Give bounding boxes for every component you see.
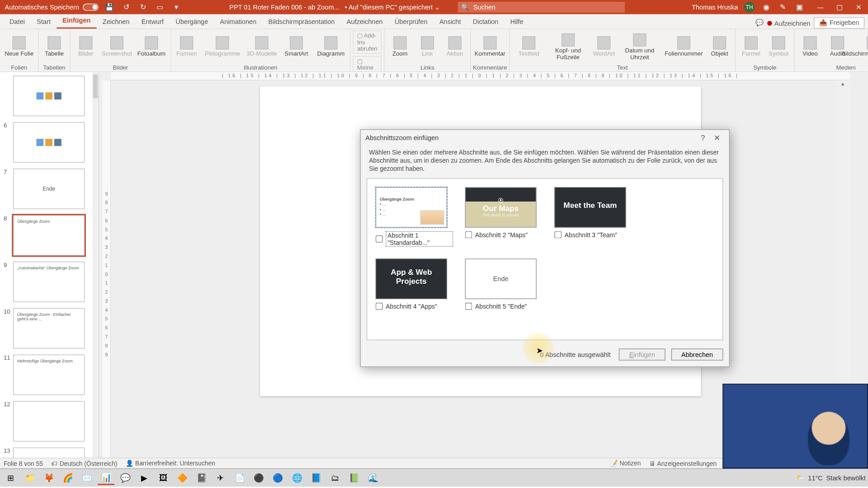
tab-ansicht[interactable]: Ansicht — [434, 15, 467, 28]
section-checkbox[interactable]: Abschnitt 3 "Team" — [554, 231, 632, 238]
weather-widget[interactable]: ⛅ 11°C Stark bewölkt — [796, 474, 866, 481]
window-close-icon[interactable]: ✕ — [849, 0, 868, 14]
slide-thumb[interactable]: 6 — [13, 122, 99, 163]
cancel-button[interactable]: Abbrechen — [671, 348, 723, 360]
tab-start[interactable]: Start — [31, 15, 57, 28]
onenote-icon[interactable]: 📓 — [193, 470, 210, 485]
outlook-icon[interactable]: ✉️ — [79, 470, 95, 485]
thumb-scrollbar[interactable]: ▾ — [92, 72, 98, 469]
present-icon[interactable]: ▭ — [154, 2, 165, 13]
app6-icon[interactable]: 🌐 — [288, 470, 305, 485]
ribbon-smartart[interactable]: SmartArt — [279, 37, 313, 57]
section-checkbox[interactable]: Abschnitt 4 "Apps" — [376, 302, 453, 310]
doc-dropdown-icon[interactable]: ⌄ — [434, 3, 440, 10]
save-icon[interactable]: 💾 — [104, 2, 115, 13]
explorer-icon[interactable]: 📁 — [21, 470, 38, 485]
word-icon[interactable]: 📘 — [307, 470, 324, 485]
insert-button[interactable]: Einfügen — [619, 348, 665, 360]
section-checkbox[interactable]: Abschnitt 2 "Maps" — [465, 231, 542, 238]
edge-icon[interactable]: 🌊 — [365, 470, 382, 485]
more-icon[interactable]: ▾ — [171, 2, 182, 13]
ribbon-video[interactable]: Video — [797, 37, 823, 57]
app5-icon[interactable]: 🔵 — [269, 470, 286, 485]
addin-item[interactable]: ▢ Add-Ins abrufen — [353, 30, 382, 53]
language-status[interactable]: 🏷 Deutsch (Österreich) — [51, 460, 117, 467]
display-settings-button[interactable]: 🖥 Anzeigeeinstellungen — [649, 460, 717, 467]
app3-icon[interactable]: ▣ — [794, 2, 805, 13]
tab-zeichnen[interactable]: Zeichnen — [97, 15, 136, 28]
tab-aufzeichnen[interactable]: Aufzeichnen — [341, 15, 389, 28]
user-avatar[interactable]: TH — [744, 2, 755, 13]
section-option[interactable]: EndeAbschnitt 5 "Ende" — [465, 258, 542, 310]
redo-icon[interactable]: ↻ — [137, 2, 148, 13]
dialog-close-button[interactable]: ✕ — [710, 131, 725, 145]
window-maximize-icon[interactable]: ▢ — [830, 0, 849, 14]
undo-icon[interactable]: ↺ — [121, 2, 132, 13]
app1-icon[interactable]: ◉ — [761, 2, 772, 13]
section-option[interactable]: Meet the Team Abschnitt 3 "Team" — [554, 187, 632, 246]
ribbon-icon — [47, 37, 61, 50]
slide-thumb[interactable]: 10Übergänge Zoom · Einfacher geht's eine… — [13, 308, 99, 349]
slide-thumb[interactable]: 12 — [13, 401, 99, 441]
chrome-icon[interactable]: 🌈 — [60, 470, 76, 485]
ribbon-icon — [483, 37, 496, 50]
ribbon-foliennummer[interactable]: Foliennummer — [662, 37, 705, 57]
vlc-icon[interactable]: ▶ — [136, 470, 153, 485]
ribbon-kommentar[interactable]: Kommentar — [473, 37, 507, 57]
app7-icon[interactable]: 🗂 — [327, 470, 344, 485]
app2-icon[interactable]: ✎ — [778, 2, 788, 13]
dialog-title: Abschnittszoom einfügen — [365, 134, 439, 141]
ribbon-zoom[interactable]: Zoom — [387, 37, 413, 57]
thumbnail-pane[interactable]: 67Ende8Übergänge Zoom9„Automatische" Übe… — [0, 72, 99, 469]
tab-hilfe[interactable]: Hilfe — [504, 15, 529, 28]
telegram-icon[interactable]: ✈ — [212, 470, 229, 485]
slide-thumb[interactable]: 8Übergänge Zoom — [13, 215, 99, 256]
accessibility-status[interactable]: 👤 Barrierefreiheit: Untersuchen — [126, 460, 215, 467]
autosave-toggle[interactable] — [83, 4, 98, 11]
obs-icon[interactable]: ⚫ — [250, 470, 267, 485]
ribbon-fotoalbum[interactable]: Fotoalbum — [135, 37, 168, 57]
firefox-icon[interactable]: 🦊 — [41, 470, 57, 485]
slide-thumb[interactable]: 9„Automatische" Übergänge Zoom — [13, 262, 99, 302]
powerpoint-icon[interactable]: 📊 — [98, 470, 114, 485]
app-icon[interactable]: 💬 — [117, 470, 133, 485]
ribbon-neue-folie[interactable]: Neue Folie — [2, 37, 36, 57]
section-option[interactable]: Übergänge Zoom• ...• ...• ...Abschnitt 1… — [376, 187, 453, 246]
app4-icon[interactable]: 📄 — [231, 470, 248, 485]
window-minimize-icon[interactable]: — — [811, 0, 830, 14]
scroll-up-icon[interactable]: ▴ — [836, 80, 850, 89]
tab-animationen[interactable]: Animationen — [214, 15, 262, 28]
section-option[interactable]: App & Web Projects Abschnitt 4 "Apps" — [376, 258, 453, 310]
section-checkbox[interactable]: Abschnitt 5 "Ende" — [465, 302, 542, 310]
excel-icon[interactable]: 📗 — [346, 470, 363, 485]
app3-icon[interactable]: 🔶 — [174, 470, 191, 485]
ribbon-tabelle[interactable]: Tabelle — [41, 37, 67, 57]
ribbon-datum-und-uhrzeit[interactable]: Datum und Uhrzeit — [618, 33, 661, 60]
slide-thumb[interactable]: 7Ende — [13, 169, 99, 209]
tab-datei[interactable]: Datei — [4, 15, 31, 28]
tab-ueberpruefen[interactable]: Überprüfen — [389, 15, 434, 28]
section-option[interactable]: ⦿Our MapsThe world in visualsAbschnitt 2… — [465, 187, 542, 246]
app2-icon[interactable]: 🖼 — [155, 470, 172, 485]
ribbon-objekt[interactable]: Objekt — [707, 37, 733, 57]
autosave-label: Automatisches Speichern — [5, 4, 79, 11]
slide-thumb[interactable] — [13, 75, 99, 116]
tab-entwurf[interactable]: Entwurf — [136, 15, 170, 28]
tab-einfuegen[interactable]: Einfügen — [57, 14, 96, 28]
tab-bildschirm[interactable]: Bildschirmpräsentation — [262, 15, 340, 28]
tab-uebergaenge[interactable]: Übergänge — [170, 15, 214, 28]
start-button[interactable]: ⊞ — [2, 470, 19, 485]
section-checkbox[interactable]: Abschnitt 1 "Standardab..." — [376, 231, 453, 246]
search-input[interactable]: 🔍 Suchen — [458, 2, 625, 13]
dialog-help-button[interactable]: ? — [696, 131, 710, 145]
notes-button[interactable]: 📝 Notizen — [610, 460, 641, 467]
ribbon-diagramm[interactable]: Diagramm — [314, 37, 348, 57]
dialog-description: Wählen Sie einen oder mehrere Abschnitte… — [361, 145, 729, 178]
slide-thumb[interactable]: 11Mehrstufige Übergänge Zoom — [13, 355, 99, 395]
tab-dictation[interactable]: Dictation — [467, 15, 505, 28]
ribbon-bildschirmaufzeichnung[interactable]: Bildschirmaufzeichnung — [852, 37, 868, 57]
ribbon-kopf-und-fu-zeile[interactable]: Kopf- und Fußzeile — [547, 33, 590, 60]
comments-icon[interactable]: 💬 — [755, 19, 764, 27]
share-button[interactable]: 📤 Freigeben — [814, 17, 865, 28]
record-button[interactable]: Aufzeichnen — [767, 19, 811, 27]
